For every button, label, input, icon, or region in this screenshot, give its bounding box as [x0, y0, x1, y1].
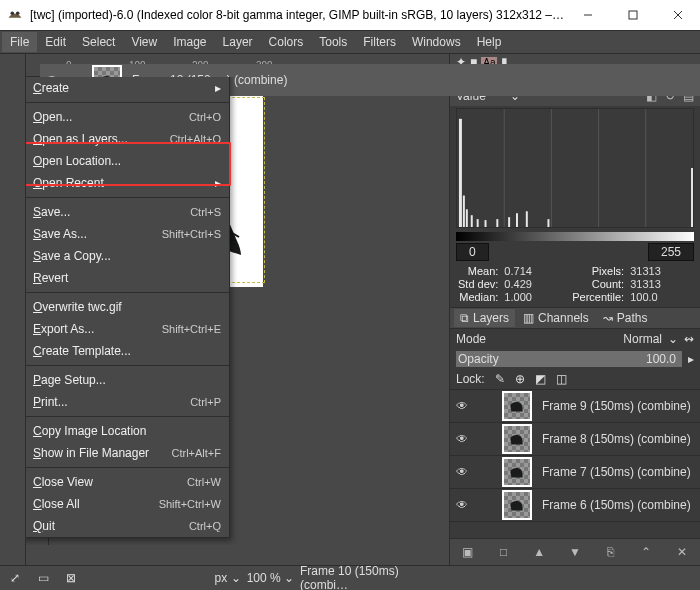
file-menu-save_copy[interactable]: Save a Copy...	[26, 245, 229, 267]
layer-row[interactable]: 👁Frame 7 (150ms) (combine)	[450, 456, 700, 489]
submenu-icon: ▸	[215, 81, 221, 95]
mode-value[interactable]: Normal	[623, 332, 662, 346]
menu-windows[interactable]: Windows	[404, 32, 469, 52]
file-menu-overwrite[interactable]: Overwrite twc.gif	[26, 296, 229, 318]
visibility-icon[interactable]: 👁	[456, 498, 472, 512]
menu-item-label: Show in File Manager	[33, 446, 163, 460]
file-menu-closeall[interactable]: ✕Close AllShift+Ctrl+W	[26, 493, 229, 515]
file-menu-quit[interactable]: ↩QuitCtrl+Q	[26, 515, 229, 537]
menu-layer[interactable]: Layer	[215, 32, 261, 52]
menu-colors[interactable]: Colors	[261, 32, 312, 52]
menu-item-shortcut: Ctrl+Alt+F	[171, 447, 221, 459]
file-menu-open_loc[interactable]: ⊕Open Location...	[26, 150, 229, 172]
tab-layers[interactable]: ⧉Layers	[454, 309, 515, 327]
app-window: [twc] (imported)-6.0 (Indexed color 8-bi…	[0, 0, 700, 590]
svg-rect-24	[691, 168, 693, 227]
layer-toolbar-icon[interactable]: □	[494, 543, 514, 561]
menu-edit[interactable]: Edit	[37, 32, 74, 52]
layer-row[interactable]: 👁Frame 9 (150ms) (combine)	[450, 390, 700, 423]
layer-toolbar-icon[interactable]: ✕	[672, 543, 692, 561]
layer-thumb	[502, 457, 532, 487]
layer-toolbar-icon[interactable]: ⌃	[636, 543, 656, 561]
opacity-row: Opacity 100.0 ▸	[450, 349, 700, 369]
file-menu-copyloc[interactable]: ⎘Copy Image Location	[26, 420, 229, 442]
zoom-select[interactable]: 100 % ⌄	[247, 571, 294, 585]
sb-icon[interactable]: ⊠	[60, 569, 82, 587]
chevron-down-icon[interactable]: ⌄	[668, 332, 678, 346]
svg-rect-3	[629, 11, 637, 19]
lock-pos-icon[interactable]: ⊕	[515, 372, 525, 386]
sb-icon[interactable]: ▭	[32, 569, 54, 587]
file-menu-save[interactable]: ▫Save...Ctrl+S	[26, 201, 229, 223]
statusbar: ⤢ ▭ ⊠ px ⌄ 100 % ⌄ Frame 10 (150ms) (com…	[0, 565, 700, 590]
maximize-button[interactable]	[610, 0, 655, 30]
lock-other-icon[interactable]: ◫	[556, 372, 567, 386]
window-title: [twc] (imported)-6.0 (Indexed color 8-bi…	[30, 8, 565, 22]
menu-tools[interactable]: Tools	[311, 32, 355, 52]
opacity-stepper[interactable]: ▸	[688, 352, 694, 366]
sb-icon[interactable]: ⤢	[4, 569, 26, 587]
submenu-icon: ▸	[215, 176, 221, 190]
visibility-icon[interactable]: 👁	[456, 399, 472, 413]
file-menu-revert[interactable]: ↶Revert	[26, 267, 229, 289]
menu-select[interactable]: Select	[74, 32, 123, 52]
menu-item-label: Copy Image Location	[33, 424, 221, 438]
layer-row[interactable]: 👁Frame 6 (150ms) (combine)	[450, 489, 700, 522]
file-menu-template[interactable]: Create Template...	[26, 340, 229, 362]
stat-mean: 0.714	[504, 265, 566, 277]
svg-rect-23	[547, 219, 549, 227]
layer-thumb	[502, 391, 532, 421]
menu-item-label: Create	[33, 81, 207, 95]
file-menu: ☐New...Ctrl+NCreate▸▭Open...Ctrl+O▭Open …	[26, 77, 230, 538]
svg-rect-15	[466, 209, 468, 227]
svg-rect-20	[508, 217, 510, 227]
minimize-button[interactable]	[565, 0, 610, 30]
tab-paths[interactable]: ↝Paths	[597, 309, 654, 327]
stat-median: 1.000	[504, 291, 566, 303]
file-menu-save_as[interactable]: ▫Save As...Shift+Ctrl+S	[26, 223, 229, 245]
lock-alpha-icon[interactable]: ◩	[535, 372, 546, 386]
layer-row[interactable]: 👁Frame 8 (150ms) (combine)	[450, 423, 700, 456]
layer-toolbar-icon[interactable]: ▼	[565, 543, 585, 561]
tab-channels[interactable]: ▥Channels	[517, 309, 595, 327]
menu-item-label: Open Recent	[33, 176, 207, 190]
histogram-stats: Mean:0.714 Pixels:31313 Std dev:0.429 Co…	[458, 265, 692, 303]
unit-select[interactable]: px ⌄	[215, 571, 241, 585]
menu-view[interactable]: View	[123, 32, 165, 52]
layer-toolbar-icon[interactable]: ▲	[529, 543, 549, 561]
status-layer: Frame 10 (150ms) (combi…	[300, 564, 440, 590]
menu-file[interactable]: File	[2, 32, 37, 52]
close-button[interactable]	[655, 0, 700, 30]
hist-max[interactable]: 255	[648, 243, 694, 261]
file-menu-export[interactable]: Export As...Shift+Ctrl+E	[26, 318, 229, 340]
menu-item-label: Open as Layers...	[33, 132, 162, 146]
histogram	[456, 108, 694, 228]
menu-item-shortcut: Ctrl+Q	[189, 520, 221, 532]
file-menu-open[interactable]: ▭Open...Ctrl+O	[26, 106, 229, 128]
menu-item-label: Close All	[33, 497, 151, 511]
layer-toolbar-icon[interactable]: ▣	[458, 543, 478, 561]
menu-help[interactable]: Help	[469, 32, 510, 52]
layer-toolbar-icon[interactable]: ⎘	[601, 543, 621, 561]
file-menu-print[interactable]: ⎙Print...Ctrl+P	[26, 391, 229, 413]
file-menu-create[interactable]: Create▸	[26, 77, 229, 99]
file-menu-fileman[interactable]: ▭Show in File ManagerCtrl+Alt+F	[26, 442, 229, 464]
visibility-icon[interactable]: 👁	[456, 432, 472, 446]
file-menu-open_layers[interactable]: ▭Open as Layers...Ctrl+Alt+O	[26, 128, 229, 150]
menu-filters[interactable]: Filters	[355, 32, 404, 52]
layer-name: Frame 6 (150ms) (combine)	[542, 498, 691, 512]
file-menu-closev[interactable]: ✕Close ViewCtrl+W	[26, 471, 229, 493]
viewport[interactable]: ☐New...Ctrl+NCreate▸▭Open...Ctrl+O▭Open …	[49, 77, 449, 545]
menubar: File Edit Select View Image Layer Colors…	[0, 30, 700, 54]
menu-image[interactable]: Image	[165, 32, 214, 52]
right-dock: ✦ ■ Aa ▮ Frame 10 (150ms) (combine) Valu…	[449, 54, 700, 565]
layer-name: Frame 7 (150ms) (combine)	[542, 465, 691, 479]
file-menu-recent[interactable]: Open Recent▸	[26, 172, 229, 194]
hist-min[interactable]: 0	[456, 243, 489, 261]
visibility-icon[interactable]: 👁	[456, 465, 472, 479]
lock-pixels-icon[interactable]: ✎	[495, 372, 505, 386]
file-menu-page[interactable]: ▤Page Setup...	[26, 369, 229, 391]
mode-switch-icon[interactable]: ↭	[684, 332, 694, 346]
stat-pixels: 31313	[630, 265, 692, 277]
mode-label: Mode	[456, 332, 486, 346]
